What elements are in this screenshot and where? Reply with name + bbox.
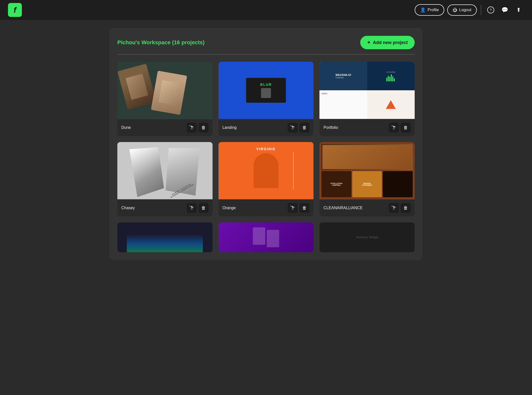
preview-button-orange[interactable]: 🔭 [288, 203, 298, 213]
project-card-footer-orange: Orange 🔭 🗑 [219, 199, 314, 216]
project-actions-cleanair: 🔭 🗑 [389, 203, 411, 213]
project-card-partial1 [117, 222, 213, 252]
project-card-footer-portfolio: Portfolio 🔭 🗑 [319, 119, 415, 136]
help-button[interactable]: ? [485, 4, 496, 15]
cleanair-art: R POLLUTIONCONTROL MISSIONSTATEMENT [319, 142, 415, 199]
project-thumbnail-partial1[interactable] [117, 222, 213, 252]
project-actions-portfolio: 🔭 🗑 [389, 123, 411, 133]
project-actions-dune: 🔭 🗑 [187, 123, 209, 133]
landing-art: BLUR [219, 62, 314, 119]
profile-icon: 👤 [420, 7, 426, 13]
dune-card1 [117, 64, 156, 110]
project-card-partial2 [219, 222, 314, 252]
project-thumbnail-partial2[interactable] [219, 222, 314, 252]
project-name-chasey: Chasey [121, 206, 187, 210]
project-card-portfolio: WAZANA.IO Cosmos Homadata [319, 62, 415, 136]
portfolio-cell2: Homadata [367, 62, 415, 90]
preview-button-landing[interactable]: 🔭 [288, 123, 298, 133]
project-card-footer-chasey: Chasey 🔭 🗑 [117, 199, 213, 216]
project-actions-orange: 🔭 🗑 [288, 203, 310, 213]
project-card-orange: VIRGINIE Orange 🔭 🗑 [219, 142, 314, 216]
header: f 👤 Profile ⏻ Logout ? 💬 ⬆ [0, 0, 532, 20]
partial1-gradient [127, 234, 203, 252]
project-name-cleanair: CLEANAIRALLIANCE [323, 206, 389, 210]
project-name-dune: Dune [121, 125, 187, 130]
orange-line [293, 152, 294, 189]
project-card-chasey: HUMAN ESSENCE ETHEREAL LANDSCAPES Chasey… [117, 142, 213, 216]
dune-card2 [151, 71, 187, 115]
project-thumbnail-orange[interactable]: VIRGINIE [219, 142, 314, 199]
chat-button[interactable]: 💬 [499, 4, 510, 15]
header-right: 👤 Profile ⏻ Logout ? 💬 ⬆ [415, 4, 524, 16]
profile-button[interactable]: 👤 Profile [415, 4, 444, 16]
project-actions-landing: 🔭 🗑 [288, 123, 310, 133]
orange-person [254, 153, 278, 188]
delete-button-cleanair[interactable]: 🗑 [401, 203, 411, 213]
logo[interactable]: f [8, 3, 22, 17]
preview-button-chasey[interactable]: 🔭 [187, 203, 197, 213]
portfolio-cell3: Naker [319, 90, 367, 119]
delete-button-orange[interactable]: 🗑 [300, 203, 310, 213]
delete-button-landing[interactable]: 🗑 [300, 123, 310, 133]
project-thumbnail-portfolio[interactable]: WAZANA.IO Cosmos Homadata [319, 62, 415, 119]
plus-icon: + [367, 39, 370, 46]
project-actions-chasey: 🔭 🗑 [187, 203, 209, 213]
workspace-divider [117, 54, 415, 55]
blur-card: BLUR [246, 78, 286, 103]
project-thumbnail-chasey[interactable]: HUMAN ESSENCE ETHEREAL LANDSCAPES [117, 142, 213, 199]
help-icon: ? [487, 6, 494, 13]
project-grid: Dune 🔭 🗑 BLUR [117, 62, 415, 252]
header-divider [481, 5, 481, 15]
delete-button-dune[interactable]: 🗑 [199, 123, 209, 133]
portfolio-art: WAZANA.IO Cosmos Homadata [319, 62, 415, 119]
project-card-partial3: Terminus Temple [319, 222, 415, 252]
project-card-footer-dune: Dune 🔭 🗑 [117, 119, 213, 136]
share-button[interactable]: ⬆ [513, 4, 524, 15]
blur-avatar [261, 88, 271, 98]
partial2-cards [253, 227, 279, 247]
project-card-cleanair: R POLLUTIONCONTROL MISSIONSTATEMENT CLEA… [319, 142, 415, 216]
share-icon: ⬆ [516, 7, 521, 13]
logout-button[interactable]: ⏻ Logout [447, 4, 477, 16]
preview-button-cleanair[interactable]: 🔭 [389, 203, 399, 213]
partial3-text: Terminus Temple [356, 236, 378, 239]
workspace-header: Pichou's Workspace (16 projects) + Add n… [117, 36, 415, 49]
portfolio-cell4 [367, 90, 415, 119]
project-name-orange: Orange [222, 206, 288, 210]
dune-art [117, 62, 213, 119]
chat-icon: 💬 [501, 7, 508, 13]
main-content: Pichou's Workspace (16 projects) + Add n… [0, 28, 532, 260]
project-name-landing: Landing [222, 125, 288, 130]
delete-button-portfolio[interactable]: 🗑 [401, 123, 411, 133]
project-name-portfolio: Portfolio [323, 125, 389, 130]
workspace-container: Pichou's Workspace (16 projects) + Add n… [109, 28, 423, 260]
project-card-landing: BLUR Landing 🔭 🗑 [219, 62, 314, 136]
project-thumbnail-partial3[interactable]: Terminus Temple [319, 222, 415, 252]
workspace-title: Pichou's Workspace (16 projects) [117, 39, 205, 46]
project-card-dune: Dune 🔭 🗑 [117, 62, 213, 136]
preview-button-portfolio[interactable]: 🔭 [389, 123, 399, 133]
power-icon: ⏻ [453, 7, 457, 13]
project-card-footer-landing: Landing 🔭 🗑 [219, 119, 314, 136]
preview-button-dune[interactable]: 🔭 [187, 123, 197, 133]
project-card-footer-cleanair: CLEANAIRALLIANCE 🔭 🗑 [319, 199, 415, 216]
orange-label: VIRGINIE [256, 147, 275, 151]
project-thumbnail-landing[interactable]: BLUR [219, 62, 314, 119]
project-thumbnail-cleanair[interactable]: R POLLUTIONCONTROL MISSIONSTATEMENT [319, 142, 415, 199]
add-project-button[interactable]: + Add new project [360, 36, 415, 49]
delete-button-chasey[interactable]: 🗑 [199, 203, 209, 213]
chasey-fold1 [129, 147, 164, 197]
project-thumbnail-dune[interactable] [117, 62, 213, 119]
chasey-art: HUMAN ESSENCE ETHEREAL LANDSCAPES [117, 142, 213, 199]
orange-art: VIRGINIE [219, 142, 314, 199]
portfolio-cell1: WAZANA.IO Cosmos [319, 62, 367, 90]
